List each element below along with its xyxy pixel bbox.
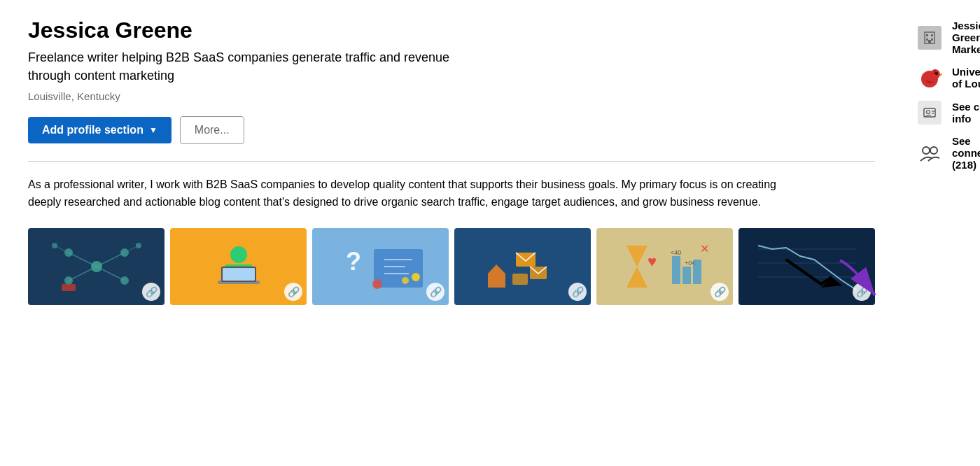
svg-point-61 — [930, 147, 937, 154]
svg-rect-46 — [931, 34, 933, 36]
svg-rect-30 — [512, 274, 528, 285]
profile-headline: Freelance writer helping B2B SaaS compan… — [28, 49, 462, 84]
sidebar-contact[interactable]: See contact info — [917, 100, 980, 125]
svg-line-7 — [69, 253, 97, 267]
svg-rect-48 — [931, 38, 933, 41]
svg-line-9 — [69, 267, 97, 281]
company-building-icon — [918, 26, 941, 50]
svg-text:<40: <40 — [671, 249, 681, 256]
profile-location: Louisville, Kentucky — [28, 90, 875, 102]
link-icon-1[interactable]: 🔗 — [142, 283, 160, 301]
thumbnail-item[interactable]: 🔗 — [454, 228, 591, 305]
svg-point-14 — [230, 246, 247, 263]
svg-marker-52 — [940, 73, 942, 76]
svg-text:?: ? — [346, 247, 361, 276]
svg-point-26 — [372, 279, 382, 289]
connections-label: See connections (218) — [952, 135, 980, 171]
university-name: University of Louisville — [952, 66, 980, 90]
svg-point-25 — [402, 277, 409, 284]
contact-card-icon — [918, 101, 941, 125]
link-icon-3[interactable]: 🔗 — [426, 283, 444, 301]
thumbnail-item[interactable]: ♥ ✕ <40 +0< 🔗 — [596, 228, 733, 305]
svg-point-60 — [923, 147, 930, 154]
link-icon-2[interactable]: 🔗 — [284, 283, 302, 301]
svg-point-54 — [935, 72, 938, 75]
svg-point-24 — [412, 273, 420, 281]
link-icon-4[interactable]: 🔗 — [568, 283, 587, 301]
action-buttons: Add profile section ▼ More... — [28, 116, 875, 144]
sidebar-connections[interactable]: See connections (218) — [917, 135, 980, 171]
svg-line-10 — [97, 267, 125, 281]
profile-name: Jessica Greene — [28, 17, 875, 43]
connections-icon — [917, 141, 942, 166]
svg-point-57 — [927, 111, 930, 114]
chevron-down-icon: ▼ — [149, 125, 158, 135]
about-text: As a professional writer, I work with B2… — [28, 176, 798, 211]
company-icon — [917, 25, 942, 50]
svg-line-8 — [97, 253, 125, 267]
svg-rect-18 — [223, 268, 255, 281]
svg-marker-32 — [626, 246, 648, 288]
university-icon — [917, 65, 942, 90]
thumbnail-item[interactable]: 🔗 — [28, 228, 164, 305]
more-button[interactable]: More... — [180, 116, 244, 144]
svg-text:+0<: +0< — [685, 260, 696, 267]
thumbnail-item[interactable]: 🔗 — [738, 228, 875, 305]
sidebar-company[interactable]: Jessica Greene Marketing — [917, 20, 980, 55]
contact-info-label: See contact info — [952, 101, 980, 125]
right-column: Jessica Greene Marketing — [917, 17, 980, 305]
contact-icon — [917, 100, 942, 125]
svg-rect-47 — [926, 38, 928, 41]
add-profile-section-button[interactable]: Add profile section ▼ — [28, 117, 172, 143]
svg-text:♥: ♥ — [648, 253, 657, 270]
svg-rect-45 — [926, 34, 928, 36]
svg-marker-27 — [488, 264, 505, 288]
section-divider — [28, 161, 875, 162]
svg-rect-49 — [928, 40, 931, 43]
add-profile-label: Add profile section — [42, 124, 144, 136]
portfolio-thumbnails: 🔗 🔗 — [28, 228, 875, 305]
main-container: Jessica Greene Freelance writer helping … — [28, 17, 952, 305]
svg-rect-13 — [62, 284, 76, 291]
svg-rect-34 — [682, 267, 691, 284]
left-column: Jessica Greene Freelance writer helping … — [28, 17, 875, 305]
svg-point-55 — [937, 73, 937, 73]
thumbnail-item[interactable]: 🔗 — [170, 228, 307, 305]
svg-text:✕: ✕ — [700, 243, 709, 255]
thumbnail-item[interactable]: ? 🔗 — [312, 228, 449, 305]
link-icon-5[interactable]: 🔗 — [710, 283, 729, 301]
link-icon-6[interactable]: 🔗 — [853, 283, 871, 301]
svg-rect-33 — [672, 256, 680, 284]
sidebar-university[interactable]: University of Louisville — [917, 65, 980, 90]
company-name: Jessica Greene Marketing — [952, 20, 980, 55]
